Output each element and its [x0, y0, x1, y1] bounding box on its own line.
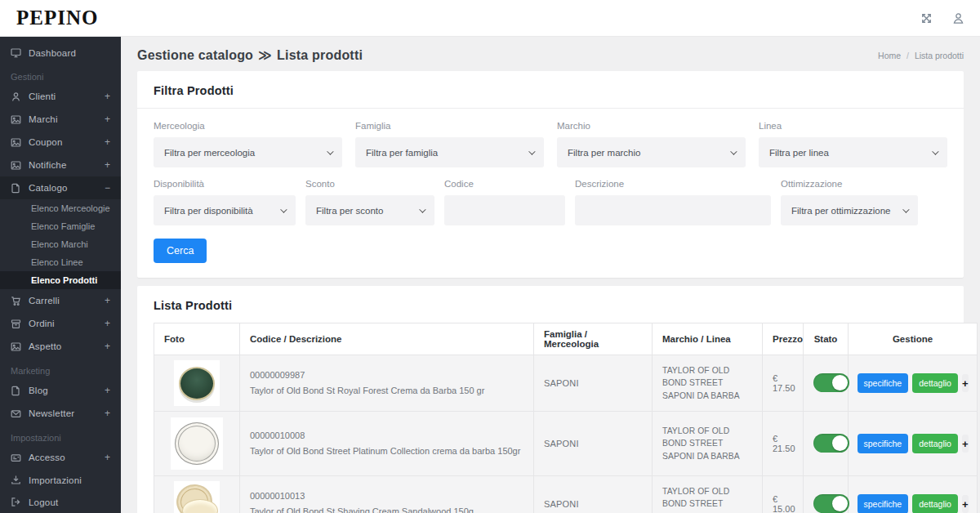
filter-field-merceologia: Merceologia Filtra per merceologia [154, 121, 342, 167]
filter-field-sconto: Sconto Filtra per sconto [305, 179, 434, 225]
product-price: € 15.00 [763, 476, 804, 513]
expand-plus[interactable]: + [105, 91, 110, 102]
sidebar-item-ordini[interactable]: Ordini + [0, 312, 121, 335]
field-label: Disponibilità [154, 179, 296, 189]
filter-field-linea: Linea Filtra per linea [759, 121, 947, 167]
sidebar-item-carrelli[interactable]: Carrelli + [0, 289, 121, 312]
sidebar-item-catalogo[interactable]: Catalogo − [0, 176, 121, 199]
product-photo [171, 417, 223, 470]
sidebar-item-blog[interactable]: Blog + [0, 379, 121, 402]
codice-input[interactable] [444, 195, 565, 225]
expand-plus[interactable]: + [105, 114, 110, 125]
image-icon [11, 341, 21, 352]
chevron-down-icon [280, 206, 287, 212]
descrizione-input[interactable] [575, 195, 771, 225]
product-line: SAPONI DA BARBA [662, 450, 752, 462]
download-icon [11, 475, 21, 485]
col-famiglia-merceologia: Famiglia / Merceologia [534, 323, 653, 355]
expand-plus[interactable]: + [105, 408, 110, 419]
status-toggle[interactable] [813, 434, 849, 453]
orders-icon [11, 319, 21, 329]
field-label: Marchio [557, 121, 746, 131]
product-table: Foto Codice / Descrizione Famiglia / Mer… [154, 323, 978, 513]
users-icon [11, 91, 21, 102]
specifiche-button[interactable]: specifiche [858, 373, 909, 393]
sidebar-item-aspetto[interactable]: Aspetto + [0, 335, 121, 358]
product-line: SAPONI DA BARBA [662, 390, 752, 402]
chevron-down-icon [730, 148, 737, 154]
file-icon [11, 386, 21, 396]
expand-plus[interactable]: + [105, 136, 110, 148]
chevron-down-icon [327, 148, 333, 154]
merceologia-select[interactable]: Filtra per merceologia [154, 137, 342, 167]
filter-field-codice: Codice [444, 179, 565, 225]
expand-plus[interactable]: + [105, 295, 110, 306]
table-row: 00000010008 Taylor of Old Bond Street Pl… [154, 412, 978, 476]
expand-plus[interactable]: + [105, 341, 110, 352]
product-price: € 17.50 [763, 355, 804, 412]
sidebar-section-gestioni: Gestioni [0, 64, 121, 85]
field-label: Merceologia [154, 121, 342, 131]
sidebar-item-logout[interactable]: Logout [0, 491, 121, 513]
famiglia-select[interactable]: Filtra per famiglia [355, 137, 544, 167]
sidebar-item-clienti[interactable]: Clienti + [0, 85, 121, 108]
expand-plus[interactable]: + [105, 318, 110, 329]
sidebar-sub-elenco-linee[interactable]: Elenco Linee [0, 253, 121, 271]
dettaglio-button[interactable]: dettaglio [912, 373, 958, 393]
breadcrumb-home[interactable]: Home [878, 51, 901, 60]
product-family: SAPONI [534, 476, 653, 513]
page-title: Gestione catalogo≫Lista prodotti [137, 47, 363, 63]
sidebar-item-dashboard[interactable]: Dashboard [0, 42, 121, 64]
user-icon[interactable] [951, 11, 965, 25]
sidebar-sub-elenco-famiglie[interactable]: Elenco Famiglie [0, 217, 121, 235]
sidebar-section-marketing: Marketing [0, 358, 121, 379]
dettaglio-button[interactable]: dettaglio [912, 494, 958, 513]
ottimizzazione-select[interactable]: Filtra per ottimizzazione [781, 195, 918, 225]
chevron-down-icon [902, 206, 909, 212]
product-brand: TAYLOR OF OLD BOND STREET [662, 364, 752, 390]
sidebar-item-notifiche[interactable]: Notifiche + [0, 154, 121, 176]
specifiche-button[interactable]: specifiche [858, 434, 909, 453]
search-button[interactable]: Cerca [154, 239, 207, 263]
collapse-minus[interactable]: − [105, 182, 110, 194]
sidebar-item-marchi[interactable]: Marchi + [0, 108, 121, 131]
sidebar-sub-elenco-marchi[interactable]: Elenco Marchi [0, 235, 121, 253]
add-button[interactable]: + [962, 374, 969, 392]
disponibilita-select[interactable]: Filtra per disponibilità [154, 195, 296, 225]
col-codice-descrizione: Codice / Descrizione [240, 323, 534, 355]
sidebar-item-accesso[interactable]: Accesso + [0, 446, 121, 469]
field-label: Descrizione [575, 179, 771, 189]
col-foto: Foto [154, 323, 240, 355]
image-icon [11, 114, 21, 125]
fullscreen-icon[interactable] [920, 11, 933, 25]
add-button[interactable]: + [962, 435, 969, 453]
dettaglio-button[interactable]: dettaglio [912, 434, 958, 453]
chevron-down-icon [932, 148, 938, 154]
field-label: Linea [759, 121, 947, 131]
field-label: Famiglia [355, 121, 544, 131]
expand-plus[interactable]: + [105, 452, 110, 463]
expand-plus[interactable]: + [105, 385, 110, 396]
breadcrumb-current: Lista prodotti [915, 51, 964, 60]
sidebar-sub-elenco-merceologie[interactable]: Elenco Merceologie [0, 199, 121, 217]
table-row: 00000009987 Taylor of Old Bond St Royal … [154, 355, 978, 412]
sidebar-sub-elenco-prodotti[interactable]: Elenco Prodotti [0, 271, 121, 289]
filter-field-famiglia: Famiglia Filtra per famiglia [355, 121, 544, 167]
sconto-select[interactable]: Filtra per sconto [305, 195, 434, 225]
expand-plus[interactable]: + [105, 159, 110, 171]
sidebar-item-newsletter[interactable]: Newsletter + [0, 402, 121, 425]
field-label: Sconto [305, 179, 434, 189]
mail-icon [11, 408, 21, 419]
specifiche-button[interactable]: specifiche [858, 494, 909, 513]
sidebar-item-importazioni[interactable]: Importazioni [0, 469, 121, 491]
add-button[interactable]: + [962, 495, 969, 513]
sidebar-item-coupon[interactable]: Coupon + [0, 131, 121, 154]
linea-select[interactable]: Filtra per linea [759, 137, 947, 167]
product-family: SAPONI [534, 412, 653, 476]
image-icon [11, 137, 21, 148]
status-toggle[interactable] [813, 494, 849, 513]
file-icon [11, 183, 21, 194]
field-label: Codice [444, 179, 565, 189]
status-toggle[interactable] [813, 373, 849, 392]
marchio-select[interactable]: Filtra per marchio [557, 137, 746, 167]
